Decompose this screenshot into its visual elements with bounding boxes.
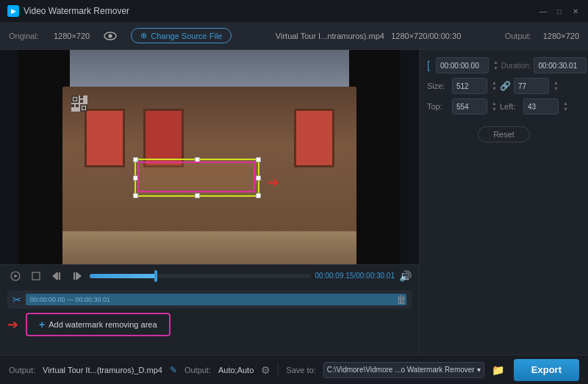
svg-rect-8 [76, 104, 79, 107]
output-resolution: 1280×720 [543, 32, 579, 40]
scene-window-3 [294, 109, 334, 167]
prev-frame-button[interactable] [49, 268, 65, 284]
save-path-text: C:\Vidmore\Vidmore ...o Watermark Remove… [327, 366, 475, 374]
volume-button[interactable]: 🔊 [399, 270, 412, 282]
scene-window-1 [85, 109, 125, 167]
svg-rect-4 [74, 98, 76, 101]
svg-rect-19 [76, 272, 77, 280]
open-folder-icon[interactable]: 📁 [492, 364, 504, 376]
scene-ground [62, 231, 356, 264]
bottom-bar: Output: Virtual Tour It...(tramuros)_D.m… [0, 355, 588, 384]
height-spinner[interactable]: ▲ ▼ [553, 80, 559, 91]
red-arrow-icon: ➔ [7, 316, 18, 333]
handle-top-right[interactable] [256, 157, 261, 162]
plus-icon: ⊕ [140, 31, 147, 40]
save-label: Save to: [286, 366, 315, 374]
header-bar: Original: 1280×720 ⊕ Change Source File … [0, 22, 588, 50]
start-time-spinner[interactable]: ▲ ▼ [493, 59, 498, 70]
timeline-time-range: 00:00:00.00 — 00:00:30.01 [30, 296, 110, 303]
right-panel: [ ▲ ▼ Duration: ▲ ▼ ▲ ▼ ✕ Size: ▲ ▼ 🔗 ▲ … [419, 50, 588, 355]
settings-icon[interactable]: ⚙ [261, 364, 270, 376]
width-spinner[interactable]: ▲ ▼ [492, 80, 497, 91]
change-source-button[interactable]: ⊕ Change Source File [131, 28, 232, 43]
svg-marker-18 [77, 272, 82, 280]
svg-rect-11 [82, 106, 85, 109]
handle-middle-right[interactable] [256, 175, 261, 181]
file-details: 1280×720/00:00:30 [391, 32, 461, 40]
svg-rect-16 [57, 272, 58, 280]
size-row: Size: ▲ ▼ 🔗 ▲ ▼ [427, 78, 581, 94]
top-label: Top: [427, 102, 449, 111]
play-button[interactable] [7, 268, 24, 284]
title-bar: ▶ Video Watermark Remover — □ ✕ [0, 0, 588, 22]
eye-button[interactable] [101, 27, 119, 45]
progress-bar[interactable] [90, 274, 311, 278]
maximize-button[interactable]: □ [554, 6, 564, 16]
svg-marker-13 [15, 274, 18, 278]
next-frame-button[interactable] [69, 268, 85, 284]
output2-value: Auto;Auto [218, 366, 254, 374]
progress-thumb[interactable] [154, 270, 157, 282]
minimize-button[interactable]: — [538, 6, 548, 16]
scene-gate-right [349, 50, 401, 264]
svg-rect-20 [74, 272, 75, 280]
output1-value: Virtual Tour It...(tramuros)_D.mp4 [43, 366, 162, 374]
output2-label: Output: [184, 366, 211, 374]
timeline-section: ✂ 00:00:00.00 — 00:00:30.01 🗑 ➔ + Add wa… [0, 286, 419, 327]
link-icon[interactable]: 🔗 [500, 81, 511, 91]
handle-bottom-middle[interactable] [195, 193, 200, 198]
video-area: ➔ [0, 50, 419, 264]
handle-bottom-right[interactable] [256, 193, 261, 198]
svg-rect-6 [80, 100, 83, 103]
watermark-pink-box[interactable] [137, 162, 255, 192]
change-source-label: Change Source File [151, 32, 222, 40]
left-input[interactable] [523, 98, 559, 115]
left-label: Left: [500, 102, 520, 111]
top-spinner[interactable]: ▲ ▼ [492, 101, 497, 112]
scene-sky [62, 50, 356, 90]
position-row: Top: ▲ ▼ Left: ▲ ▼ [427, 98, 581, 115]
app-title: Video Watermark Remover [24, 6, 129, 16]
add-watermark-label: Add watermark removing area [49, 320, 157, 329]
output-label: Output: [505, 32, 531, 40]
reset-row: Reset [427, 123, 581, 142]
timeline-delete-button[interactable]: 🗑 [396, 294, 406, 305]
video-red-arrow: ➔ [267, 173, 279, 191]
reset-button[interactable]: Reset [478, 126, 530, 142]
timeline-clip[interactable]: 00:00:00.00 — 00:00:30.01 [26, 294, 406, 305]
top-input[interactable] [452, 98, 487, 115]
chevron-down-icon: ▾ [477, 366, 481, 374]
time-start-row: [ ▲ ▼ Duration: ▲ ▼ ▲ ▼ ✕ [427, 57, 581, 73]
file-info: Virtual Tour I...ntramuros).mp4 1280×720… [243, 32, 492, 40]
edit-output-icon[interactable]: ✎ [170, 365, 177, 375]
height-input[interactable] [514, 78, 549, 94]
close-button[interactable]: ✕ [570, 6, 581, 16]
app-icon-glyph: ▶ [11, 7, 16, 15]
svg-rect-5 [80, 95, 83, 98]
progress-fill [90, 274, 156, 278]
plus-icon: + [39, 319, 45, 330]
save-path-dropdown[interactable]: C:\Vidmore\Vidmore ...o Watermark Remove… [323, 362, 484, 378]
svg-point-1 [109, 34, 112, 37]
svg-rect-7 [71, 104, 74, 107]
bracket-icon: [ [427, 59, 430, 71]
separator [278, 363, 279, 377]
title-bar-left: ▶ Video Watermark Remover [7, 5, 129, 17]
original-resolution: 1280×720 [54, 32, 90, 40]
add-watermark-row: ➔ + Add watermark removing area [7, 313, 412, 336]
output1-label: Output: [9, 366, 35, 374]
stop-button[interactable] [28, 268, 44, 284]
width-input[interactable] [452, 78, 487, 94]
playback-controls: 00:00:09.15/00:00:30.01 🔊 [0, 264, 419, 286]
left-spinner[interactable]: ▲ ▼ [563, 101, 568, 112]
video-background [18, 50, 401, 264]
export-button[interactable]: Export [514, 359, 579, 381]
scissors-icon[interactable]: ✂ [12, 294, 21, 305]
start-time-input[interactable] [436, 57, 489, 73]
timeline-track: ✂ 00:00:00.00 — 00:00:30.01 🗑 [7, 291, 412, 308]
handle-bottom-left[interactable] [133, 193, 138, 198]
title-bar-controls: — □ ✕ [538, 6, 581, 16]
add-watermark-button[interactable]: + Add watermark removing area [26, 313, 171, 336]
svg-rect-17 [59, 272, 60, 280]
duration-input[interactable] [534, 57, 587, 73]
